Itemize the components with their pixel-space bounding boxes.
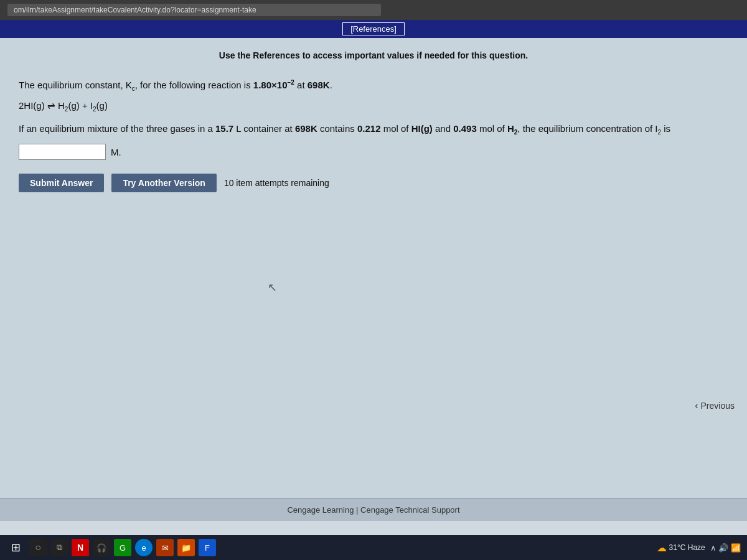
question-block: The equilibrium constant, Kc, for the fo… — [19, 78, 728, 160]
chevron-left-icon: ‹ — [695, 400, 698, 411]
kc-text-part1: The equilibrium constant, Kc, for the fo… — [19, 80, 332, 90]
weather-text: 31°C Haze — [669, 543, 705, 552]
main-content: Use the References to access important v… — [0, 38, 747, 498]
answer-input[interactable] — [19, 144, 106, 160]
previous-navigation[interactable]: ‹ Previous — [695, 400, 735, 411]
answer-row: M. — [19, 144, 728, 160]
taskbar-system-icons: ∧ 🔊 📶 — [710, 543, 741, 553]
submit-answer-button[interactable]: Submit Answer — [19, 174, 104, 192]
taskbar-edge-icon[interactable]: e — [135, 539, 153, 556]
previous-label: Previous — [701, 401, 735, 411]
problem-text-content: If an equilibrium mixture of the three g… — [19, 123, 670, 134]
taskbar: ⊞ ○ ⧉ N 🎧 G e ✉ 📁 F ☁ 31°C Haze ∧ 🔊 📶 — [0, 535, 747, 560]
url-bar[interactable]: om/ilrn/takeAssignment/takeCovalentActiv… — [7, 4, 381, 16]
references-button[interactable]: [References] — [342, 22, 405, 35]
weather-widget: ☁ 31°C Haze — [657, 542, 705, 554]
start-button[interactable]: ⊞ — [6, 538, 26, 557]
problem-statement: If an equilibrium mixture of the three g… — [19, 121, 728, 138]
taskbar-pin-icon[interactable]: ✉ — [156, 539, 174, 556]
taskbar-search-icon[interactable]: ○ — [29, 539, 47, 556]
reaction-text: 2HI(g) ⇌ H2(g) + I2(g) — [19, 100, 108, 111]
footer-cengage-learning[interactable]: Cengage Learning — [287, 505, 354, 515]
browser-bar: om/ilrn/takeAssignment/takeCovalentActiv… — [0, 0, 747, 20]
instruction-text: Use the References to access important v… — [19, 50, 728, 60]
weather-icon: ☁ — [657, 542, 667, 554]
buttons-row: Submit Answer Try Another Version 10 ite… — [19, 174, 728, 192]
footer-technical-support[interactable]: Cengage Technical Support — [360, 505, 460, 515]
references-bar: [References] — [0, 20, 747, 38]
taskbar-folder-icon[interactable]: 📁 — [177, 539, 195, 556]
taskbar-green-icon[interactable]: G — [114, 539, 131, 556]
unit-label: M. — [111, 147, 121, 157]
taskbar-netflix-icon[interactable]: N — [72, 539, 89, 556]
taskbar-right: ☁ 31°C Haze ∧ 🔊 📶 — [657, 542, 741, 554]
footer: Cengage Learning | Cengage Technical Sup… — [0, 498, 747, 521]
reaction-equation: 2HI(g) ⇌ H2(g) + I2(g) — [19, 100, 728, 113]
taskbar-blue-icon[interactable]: F — [199, 539, 216, 556]
try-another-version-button[interactable]: Try Another Version — [111, 174, 217, 192]
cursor-indicator: ↖ — [268, 281, 277, 294]
taskbar-task-view-icon[interactable]: ⧉ — [50, 539, 68, 556]
footer-separator: | — [356, 505, 360, 515]
attempts-remaining: 10 item attempts remaining — [224, 178, 329, 188]
equilibrium-constant-text: The equilibrium constant, Kc, for the fo… — [19, 78, 728, 94]
taskbar-headphone-icon[interactable]: 🎧 — [93, 539, 110, 556]
